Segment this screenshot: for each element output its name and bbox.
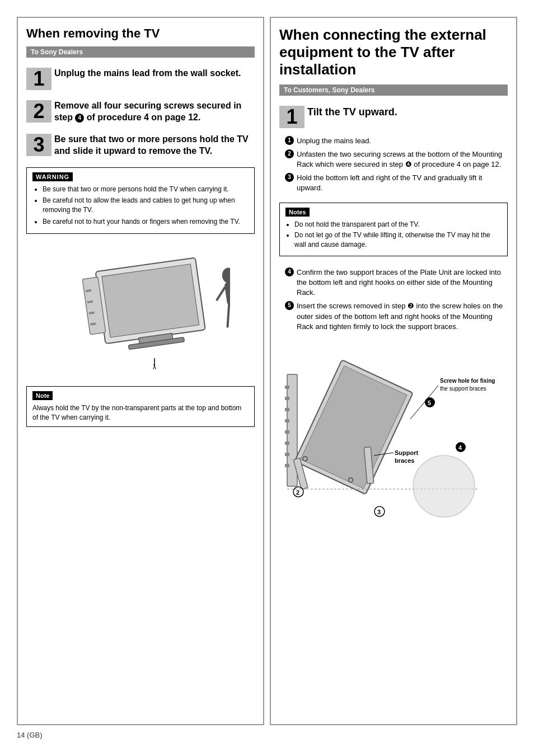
substep-1-num: 1 (285, 136, 294, 145)
svg-text:λ: λ (153, 363, 156, 371)
svg-line-8 (224, 305, 230, 327)
step-2-row: 2 Remove all four securing screws secure… (26, 100, 255, 124)
svg-rect-22 (285, 430, 289, 434)
step-3-number: 3 (26, 134, 51, 156)
warning-item-3: Be careful not to hurt your hands or fin… (43, 217, 249, 227)
right-step-1-row: 1 Tilt the TV upward. (279, 106, 508, 128)
page-suffix: (GB) (27, 731, 42, 739)
circle-3-label: 3 (377, 509, 381, 515)
circle-4-label: 4 (458, 444, 462, 451)
svg-rect-21 (285, 419, 289, 422)
substep-3-num: 3 (285, 173, 294, 182)
tv-illustration-left: λ (26, 249, 255, 372)
substep-5: 5 Insert the screws removed in step ❷ in… (279, 301, 508, 332)
notes-title: Notes (285, 208, 310, 217)
screw-hole-label: Screw hole for fixing (440, 378, 495, 384)
substep-1-text: Unplug the mains lead. (297, 136, 371, 146)
svg-rect-19 (285, 397, 289, 400)
step-2-text: Remove all four securing screws secured … (54, 100, 255, 124)
right-title: When connecting the external equipment t… (279, 26, 508, 79)
right-step-1-number: 1 (279, 106, 305, 128)
svg-rect-23 (285, 442, 289, 445)
warning-title: WARNING (32, 172, 73, 181)
circle-2-label: 2 (296, 489, 299, 496)
substeps-container: 1 Unplug the mains lead. 2 Unfasten the … (279, 136, 508, 197)
svg-point-4 (221, 267, 230, 284)
right-illustration: Support braces Screw hole for fixing the… (279, 341, 508, 520)
notes-box: Notes Do not hold the transparent part o… (279, 203, 508, 256)
warning-item-2: Be careful not to allow the leads and ca… (43, 196, 249, 215)
left-column: When removing the TV To Sony Dealers 1 U… (17, 17, 264, 725)
warning-box: WARNING Be sure that two or more persons… (26, 167, 255, 234)
svg-rect-1 (102, 264, 199, 337)
warning-item-1: Be sure that two or more persons hold th… (43, 185, 249, 194)
substep-4: 4 Confirm the two support braces of the … (279, 267, 508, 298)
svg-text:braces: braces (395, 457, 414, 464)
svg-rect-25 (285, 464, 289, 467)
dealer-badge: To Sony Dealers (26, 46, 255, 58)
svg-rect-20 (285, 408, 289, 411)
notes-item-2: Do not let go of the TV while lifting it… (294, 231, 502, 250)
page-number: 14 (17, 731, 25, 739)
substep-4-text: Confirm the two support braces of the Pl… (297, 267, 508, 298)
substep-3-text: Hold the bottom left and right of the TV… (297, 173, 508, 193)
svg-point-41 (413, 456, 475, 517)
right-step-1-text: Tilt the TV upward. (307, 106, 397, 119)
step-1-number: 1 (26, 68, 51, 90)
note-title: Note (32, 391, 53, 400)
note-text: Always hold the TV by the non-transparen… (32, 403, 249, 422)
substep-5-num: 5 (285, 301, 294, 310)
step-2-number: 2 (26, 100, 51, 123)
right-diagram-svg: Support braces Screw hole for fixing the… (282, 341, 505, 520)
svg-rect-24 (285, 453, 289, 456)
svg-rect-18 (285, 386, 289, 389)
svg-text:the support braces: the support braces (440, 386, 486, 392)
substep-2: 2 Unfasten the two securing screws at th… (285, 149, 508, 170)
notes-item-1: Do not hold the transparent part of the … (294, 220, 502, 229)
note-box: Note Always hold the TV by the non-trans… (26, 386, 255, 428)
right-column: When connecting the external equipment t… (270, 17, 517, 725)
substep-3: 3 Hold the bottom left and right of the … (285, 173, 508, 193)
step-1-text: Unplug the mains lead from the wall sock… (54, 68, 241, 79)
substep-5-text: Insert the screws removed in step ❷ into… (297, 301, 508, 332)
step-3-row: 3 Be sure that two or more persons hold … (26, 134, 255, 157)
notes-list: Do not hold the transparent part of the … (285, 220, 502, 250)
substep-2-num: 2 (285, 149, 294, 158)
svg-line-6 (216, 287, 227, 299)
svg-rect-5 (224, 281, 230, 305)
customer-badge: To Customers, Sony Dealers (279, 84, 508, 96)
substep-2-text: Unfasten the two securing screws at the … (297, 149, 508, 170)
substep-4-num: 4 (285, 267, 294, 276)
step-1-row: 1 Unplug the mains lead from the wall so… (26, 68, 255, 90)
tv-diagram-svg: λ (51, 249, 230, 372)
support-braces-label: Support (395, 449, 418, 456)
step-3-text: Be sure that two or more persons hold th… (54, 134, 255, 157)
substep-1: 1 Unplug the mains lead. (285, 136, 508, 146)
page-footer: 14 (GB) (17, 725, 517, 739)
circle-5-label: 5 (428, 400, 431, 406)
warning-list: Be sure that two or more persons hold th… (32, 185, 249, 227)
left-title: When removing the TV (26, 26, 255, 41)
